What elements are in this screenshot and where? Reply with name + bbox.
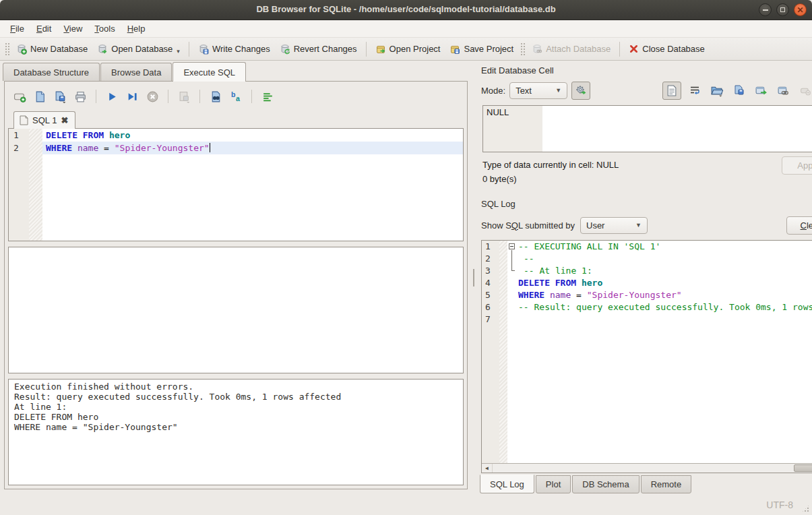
- menu-view[interactable]: View: [57, 21, 88, 36]
- bottom-dock-tabbar: SQL Log Plot DB Schema Remote: [476, 473, 812, 495]
- sql-log-filter-row: Show SQL submitted by User ▼ Clear: [476, 212, 812, 237]
- auto-format-button[interactable]: [259, 88, 276, 105]
- close-database-icon: [629, 44, 639, 54]
- fold-marker-collapse[interactable]: [507, 241, 518, 253]
- main-toolbar: New Database Open Database ▾ Write Chang…: [0, 38, 812, 61]
- log-horizontal-scrollbar[interactable]: ◀ ▶: [482, 463, 812, 473]
- new-sql-tab-button[interactable]: [11, 88, 28, 105]
- maximize-icon: [780, 7, 785, 12]
- tab-remote[interactable]: Remote: [641, 475, 692, 493]
- apply-button[interactable]: Apply: [782, 156, 812, 175]
- import-cell-data-button[interactable]: [708, 82, 726, 99]
- minimize-button[interactable]: [759, 3, 772, 16]
- svg-text:a: a: [235, 94, 239, 102]
- word-wrap-icon: [689, 84, 701, 96]
- log-text[interactable]: -- EXECUTING ALL IN 'SQL 1' -- -- At lin…: [507, 241, 812, 463]
- encoding-indicator[interactable]: UTF-8: [766, 499, 812, 510]
- sql-log-view[interactable]: 1 2 3 4 5 6 7 -- EXECUTING ALL IN 'SQL 1…: [481, 240, 812, 473]
- open-database-button[interactable]: Open Database ▾: [92, 41, 185, 57]
- new-database-button[interactable]: New Database: [11, 41, 92, 57]
- close-database-button[interactable]: Close Database: [624, 41, 710, 57]
- link-icon: [777, 84, 790, 97]
- menu-help[interactable]: Help: [121, 21, 152, 36]
- scrollbar-thumb[interactable]: [794, 464, 812, 472]
- save-sql-file-icon: [54, 90, 67, 103]
- tab-db-schema[interactable]: DB Schema: [572, 475, 639, 493]
- open-database-dropdown-icon[interactable]: ▾: [177, 48, 180, 55]
- write-changes-button[interactable]: Write Changes: [193, 41, 275, 57]
- tab-database-structure[interactable]: Database Structure: [3, 63, 100, 81]
- open-sql-file-button[interactable]: [31, 88, 49, 105]
- execution-message-area[interactable]: Execution finished without errors. Resul…: [8, 379, 464, 485]
- dock-splitter[interactable]: [476, 189, 812, 194]
- editor-fold-margin: [29, 129, 42, 241]
- cell-type-info: Type of data currently in cell: NULL: [482, 158, 812, 172]
- mode-combobox[interactable]: Text ▼: [509, 82, 567, 99]
- chevron-down-icon: ▼: [555, 87, 561, 94]
- sql-editor[interactable]: 1 2 DELETE FROM hero WHERE name = "Spide…: [8, 128, 464, 241]
- maximize-button[interactable]: [776, 3, 789, 16]
- execute-line-button[interactable]: [123, 88, 141, 105]
- export-cell-data-button[interactable]: [730, 82, 748, 99]
- message-line: DELETE FROM hero: [14, 412, 458, 422]
- save-results-icon: [178, 90, 191, 103]
- external-window-icon: [755, 84, 768, 97]
- editor-text-area[interactable]: DELETE FROM hero WHERE name = "Spider-Yo…: [42, 129, 463, 241]
- sql-tab-close-icon[interactable]: ✖: [61, 115, 68, 125]
- word-wrap-button[interactable]: [686, 82, 704, 99]
- auto-mode-gear-icon: [575, 84, 587, 96]
- auto-mode-button[interactable]: [571, 82, 590, 100]
- write-changes-icon: [198, 44, 209, 55]
- execute-line-icon: [126, 90, 139, 103]
- sql-file-tab[interactable]: SQL 1 ✖: [13, 111, 75, 129]
- sql-log-title: SQL Log: [481, 199, 812, 209]
- app-window: DB Browser for SQLite - /home/user/code/…: [0, 0, 812, 515]
- text-format-button[interactable]: ba: [227, 88, 245, 105]
- revert-changes-button[interactable]: Revert Changes: [275, 41, 362, 57]
- text-mode-button[interactable]: [662, 82, 681, 100]
- print-sql-button[interactable]: [71, 88, 89, 105]
- close-icon: ✕: [797, 6, 803, 14]
- find-button[interactable]: [207, 88, 224, 105]
- execute-sql-panel: ba SQL 1 ✖: [4, 81, 468, 489]
- scroll-left-icon[interactable]: ◀: [482, 464, 492, 473]
- tab-browse-data[interactable]: Browse Data: [100, 63, 172, 81]
- tab-execute-sql[interactable]: Execute SQL: [173, 62, 246, 82]
- attach-database-button[interactable]: Attach Database: [527, 41, 615, 57]
- save-cell-icon: [733, 84, 745, 96]
- statusbar: UTF-8: [0, 495, 812, 515]
- save-results-button[interactable]: [175, 88, 193, 105]
- toolbar-drag-handle-2[interactable]: [520, 42, 525, 56]
- menu-file[interactable]: File: [4, 21, 30, 36]
- close-button[interactable]: ✕: [794, 3, 807, 16]
- submitter-combobox[interactable]: User ▼: [580, 217, 648, 234]
- results-messages-splitter[interactable]: [8, 373, 464, 379]
- sql-log-dock-header: SQL Log ✕: [476, 194, 812, 212]
- execute-all-button[interactable]: [103, 88, 121, 105]
- save-sql-file-button[interactable]: [51, 88, 69, 105]
- tab-plot[interactable]: Plot: [536, 475, 571, 493]
- editor-results-splitter[interactable]: [8, 241, 464, 247]
- cell-info: Type of data currently in cell: NULL 0 b…: [476, 154, 812, 189]
- save-project-icon: [449, 44, 460, 55]
- stop-execution-button[interactable]: [144, 88, 161, 105]
- open-project-icon: [375, 44, 386, 55]
- open-url-button[interactable]: [775, 82, 792, 99]
- menu-tools[interactable]: Tools: [88, 21, 121, 36]
- sql-file-tabbar: SQL 1 ✖: [8, 108, 464, 128]
- set-null-button[interactable]: [797, 82, 812, 99]
- results-grid[interactable]: [8, 247, 464, 373]
- open-in-external-button[interactable]: [753, 82, 770, 99]
- cell-value-editor[interactable]: NULL: [482, 105, 812, 152]
- cell-edit-area[interactable]: [542, 106, 812, 152]
- tab-sql-log[interactable]: SQL Log: [480, 475, 534, 493]
- menu-edit[interactable]: Edit: [30, 21, 57, 36]
- main-tabbar: Database Structure Browse Data Execute S…: [0, 61, 472, 81]
- open-sql-file-icon: [34, 90, 46, 103]
- clear-log-button[interactable]: Clear: [786, 216, 812, 235]
- open-project-button[interactable]: Open Project: [371, 41, 445, 57]
- toolbar-drag-handle[interactable]: [5, 42, 9, 56]
- save-project-button[interactable]: Save Project: [445, 41, 518, 57]
- window-title: DB Browser for SQLite - /home/user/code/…: [0, 4, 812, 14]
- mode-label: Mode:: [481, 86, 505, 96]
